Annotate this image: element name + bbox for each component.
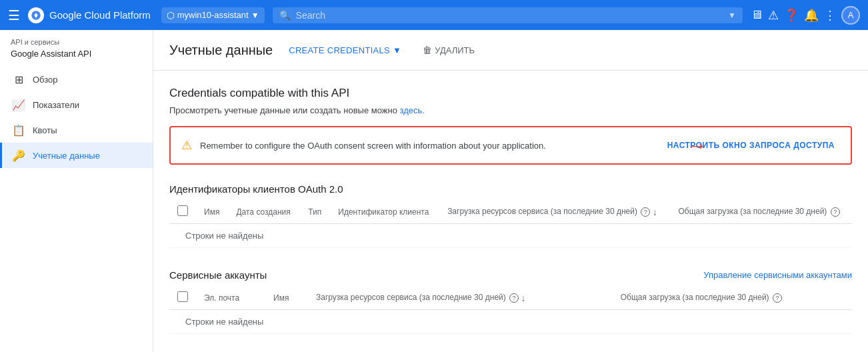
sidebar-breadcrumb: API и сервисы: [0, 30, 153, 47]
project-selector[interactable]: ⬡ mywin10-assistant ▼: [161, 7, 265, 23]
warning-triangle-icon: ⚠: [181, 138, 192, 153]
sidebar-item-overview-label: Обзор: [33, 75, 58, 85]
avatar[interactable]: A: [841, 6, 860, 25]
metrics-icon: 📈: [13, 99, 25, 111]
create-credentials-button[interactable]: CREATE CREDENTIALS ▼: [283, 41, 407, 59]
oauth-empty-row: Строки не найдены: [169, 224, 852, 248]
sa-select-all-checkbox[interactable]: [177, 291, 188, 302]
oauth-section: Идентификаторы клиентов OAuth 2.0 Имя Да…: [169, 183, 852, 248]
logo-text: Google Cloud Platform: [49, 9, 151, 21]
hamburger-icon[interactable]: ☰: [8, 7, 20, 23]
sidebar-item-metrics-label: Показатели: [33, 100, 79, 110]
project-icon: ⬡: [167, 10, 175, 21]
sidebar-item-credentials-label: Учетные данные: [33, 151, 100, 161]
oauth-col-type: Тип: [300, 200, 330, 224]
sa-sort-icon[interactable]: ↓: [521, 293, 525, 303]
service-accounts-title: Сервисные аккаунты: [169, 269, 267, 281]
here-link[interactable]: здесь.: [400, 105, 425, 115]
info-text-before: Просмотреть учетные данные или создать н…: [169, 105, 400, 115]
page-header: Учетные данные CREATE CREDENTIALS ▼ 🗑 УД…: [153, 30, 868, 71]
overview-icon: ⊞: [13, 73, 25, 85]
service-accounts-section-header: Сервисные аккаунты Управление сервисными…: [169, 269, 852, 281]
oauth-col-client-id: Идентификатор клиента: [330, 200, 439, 224]
project-name: mywin10-assistant: [177, 10, 249, 20]
top-navigation: ☰ Google Cloud Platform ⬡ mywin10-assist…: [0, 0, 868, 30]
sidebar-item-metrics[interactable]: 📈 Показатели: [0, 92, 153, 117]
oauth-empty-message: Строки не найдены: [169, 224, 852, 248]
main-content-area: Учетные данные CREATE CREDENTIALS ▼ 🗑 УД…: [153, 30, 868, 352]
service-accounts-section: Сервисные аккаунты Управление сервисными…: [169, 269, 852, 334]
oauth-col-created: Дата создания: [228, 200, 300, 224]
info-paragraph: Просмотреть учетные данные или создать н…: [169, 105, 852, 115]
oauth-col-name: Имя: [196, 200, 228, 224]
project-dropdown-icon: ▼: [251, 11, 259, 20]
section-title: Credentials compatible with this API: [169, 87, 852, 100]
nav-icons: 🖥 ⚠ ❓ 🔔 ⋮ A: [751, 6, 860, 25]
search-bar[interactable]: 🔍 ▼: [273, 7, 743, 23]
page-title: Учетные данные: [169, 43, 273, 58]
help-icon[interactable]: ❓: [784, 8, 799, 23]
error-icon[interactable]: ⚠: [768, 8, 779, 23]
create-credentials-label: CREATE CREDENTIALS: [289, 45, 390, 55]
bell-icon[interactable]: 🔔: [804, 8, 819, 23]
create-dropdown-icon: ▼: [393, 45, 401, 55]
warning-message: Remember to configure the OAuth consent …: [200, 141, 654, 151]
oauth-table: Имя Дата создания Тип Идентификатор клие…: [169, 200, 852, 248]
app-logo: Google Cloud Platform: [28, 7, 151, 23]
search-dropdown-icon: ▼: [728, 11, 736, 20]
oauth-table-header-row: Имя Дата создания Тип Идентификатор клие…: [169, 200, 852, 224]
sa-empty-message: Строки не найдены: [169, 310, 852, 334]
manage-service-accounts-link[interactable]: Управление сервисными аккаунтами: [703, 270, 852, 280]
oauth-service-load-help-icon[interactable]: ?: [641, 207, 650, 217]
credentials-icon: 🔑: [13, 149, 25, 161]
search-input[interactable]: [296, 10, 723, 21]
oauth-sort-icon[interactable]: ↓: [653, 207, 657, 217]
sa-total-load-help-icon[interactable]: ?: [773, 293, 782, 303]
oauth-section-title: Идентификаторы клиентов OAuth 2.0: [169, 183, 343, 195]
sa-service-load-help-icon[interactable]: ?: [509, 293, 519, 303]
sidebar-item-overview[interactable]: ⊞ Обзор: [0, 67, 153, 92]
sa-col-name: Имя: [265, 286, 308, 310]
arrow-icon: →: [686, 133, 707, 158]
search-icon: 🔍: [279, 10, 291, 21]
monitor-icon[interactable]: 🖥: [751, 8, 763, 22]
delete-icon: 🗑: [423, 45, 432, 55]
sidebar-item-quotas[interactable]: 📋 Квоты: [0, 117, 153, 143]
oauth-select-all-checkbox[interactable]: [177, 205, 188, 216]
oauth-col-service-load: Загрузка ресурсов сервиса (за последние …: [439, 200, 670, 224]
main-layout: API и сервисы Google Assistant API ⊞ Обз…: [0, 30, 868, 352]
oauth-col-check: [169, 200, 196, 224]
sidebar: API и сервисы Google Assistant API ⊞ Обз…: [0, 30, 153, 352]
sa-col-total-load: Общая загрузка (за последние 30 дней) ?: [613, 286, 852, 310]
sidebar-item-credentials[interactable]: 🔑 Учетные данные: [0, 143, 153, 168]
gcp-logo-icon: [28, 7, 44, 23]
oauth-section-header: Идентификаторы клиентов OAuth 2.0: [169, 183, 852, 195]
warning-box: ⚠ Remember to configure the OAuth consen…: [169, 126, 852, 165]
service-accounts-table: Эл. почта Имя Загрузка ресурсов сервиса …: [169, 286, 852, 334]
quotas-icon: 📋: [13, 124, 25, 136]
sa-col-email: Эл. почта: [196, 286, 265, 310]
service-accounts-header-row: Эл. почта Имя Загрузка ресурсов сервиса …: [169, 286, 852, 310]
sa-col-check: [169, 286, 196, 310]
sa-empty-row: Строки не найдены: [169, 310, 852, 334]
sidebar-title: Google Assistant API: [0, 47, 153, 67]
delete-label: УДАЛИТЬ: [435, 45, 475, 55]
delete-button[interactable]: 🗑 УДАЛИТЬ: [417, 41, 480, 59]
sa-col-service-load: Загрузка ресурсов сервиса (за последние …: [308, 286, 613, 310]
more-icon[interactable]: ⋮: [824, 8, 836, 23]
oauth-total-load-help-icon[interactable]: ?: [831, 207, 840, 217]
sidebar-item-quotas-label: Квоты: [33, 125, 57, 135]
oauth-col-total-load: Общая загрузка (за последние 30 дней) ?: [671, 200, 852, 224]
main-content: Credentials compatible with this API Про…: [153, 71, 868, 352]
